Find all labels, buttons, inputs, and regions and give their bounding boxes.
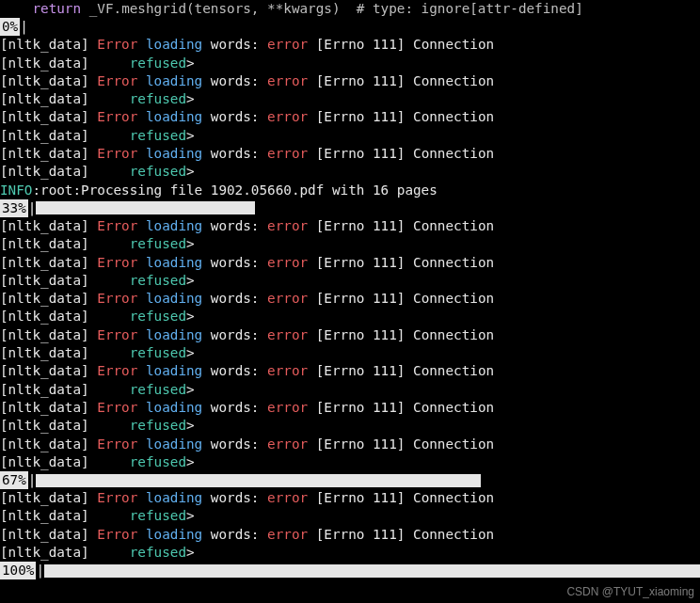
error-word: Error [97, 37, 137, 52]
progress-percent-label: 67% [0, 471, 28, 489]
error-word: Error [97, 255, 137, 270]
error-line-1: [nltk_data] Error loading words: error [… [0, 217, 700, 235]
code-comment: # type: ignore[attr-defined] [357, 1, 583, 16]
error-line-2: [nltk_data] refused> [0, 544, 700, 562]
loading-word: loading [146, 363, 202, 378]
nltk-tag: [nltk_data] [0, 91, 89, 106]
error-word: Error [97, 146, 137, 161]
nltk-tag: [nltk_data] [0, 218, 89, 233]
error-mid: words: error [Errno 111] Connection [202, 146, 494, 161]
progress-percent-label: 33% [0, 199, 28, 217]
nltk-tag: [nltk_data] [0, 37, 89, 52]
error-tail: [Errno 111] Connection [308, 291, 494, 306]
error-word-2: error [267, 363, 308, 378]
loading-word: loading [146, 291, 202, 306]
pad [89, 454, 130, 469]
progress-pipe: | [36, 562, 44, 579]
error-word: Error [97, 436, 137, 452]
refused-word: refused [130, 56, 186, 71]
error-tail: [Errno 111] Connection [308, 363, 494, 378]
error-tail: [Errno 111] Connection [308, 73, 494, 88]
progress-bar [36, 200, 700, 215]
error-line-1: [nltk_data] Error loading words: error [… [0, 326, 700, 344]
gt: > [186, 418, 195, 433]
nltk-tag: [nltk_data] [0, 128, 89, 143]
gt: > [186, 56, 195, 71]
error-line-1: [nltk_data] Error loading words: error [… [0, 254, 700, 272]
error-word-2: error [267, 37, 308, 52]
pad [89, 273, 130, 288]
pad [89, 418, 130, 433]
error-word-2: error [267, 327, 308, 342]
loading-word: loading [146, 218, 202, 233]
gt: > [186, 454, 195, 469]
error-mid: words: error [Errno 111] Connection [202, 527, 494, 542]
gt: > [186, 273, 195, 288]
pad [89, 508, 130, 523]
refused-word: refused [130, 345, 186, 360]
error-line-1: [nltk_data] Error loading words: error [… [0, 362, 700, 380]
error-word: Error [97, 527, 137, 542]
progress-pipe: | [28, 471, 37, 489]
gt: > [186, 382, 195, 397]
error-word-2: error [267, 255, 308, 270]
refused-word: refused [130, 128, 186, 143]
error-word-2: error [267, 218, 308, 233]
error-line-1: [nltk_data] Error loading words: error [… [0, 436, 700, 453]
loading-word: loading [146, 490, 202, 505]
gt: > [186, 128, 195, 143]
progress-row: 67%| [0, 471, 700, 489]
gt: > [186, 508, 195, 523]
nltk-tag: [nltk_data] [0, 418, 89, 433]
refused-word: refused [130, 382, 186, 397]
error-line-1: [nltk_data] Error loading words: error [… [0, 72, 700, 90]
error-word-2: error [267, 436, 308, 452]
error-word: Error [97, 327, 137, 342]
gt: > [186, 345, 195, 360]
error-mid: words: error [Errno 111] Connection [202, 291, 494, 306]
gt: > [186, 164, 195, 179]
error-tail: [Errno 111] Connection [308, 37, 494, 52]
error-tail: [Errno 111] Connection [308, 400, 494, 415]
loading-word: loading [146, 327, 202, 342]
nltk-tag: [nltk_data] [0, 363, 89, 378]
pad [89, 56, 130, 71]
indent [0, 1, 32, 16]
pad [89, 91, 130, 106]
error-mid: words: error [Errno 111] Connection [202, 73, 494, 88]
loading-word: loading [146, 146, 202, 161]
progress-row: 0%| [0, 18, 700, 36]
progress-percent-label: 100% [0, 562, 36, 579]
gt: > [186, 236, 195, 251]
refused-word: refused [130, 164, 186, 179]
nltk-tag: [nltk_data] [0, 382, 89, 397]
error-mid: words: error [Errno 111] Connection [202, 109, 494, 124]
code-expression: _VF.meshgrid(tensors, **kwargs) [81, 1, 357, 16]
error-mid: words: error [Errno 111] Connection [202, 436, 494, 452]
nltk-tag: [nltk_data] [0, 146, 89, 161]
error-mid: words: error [Errno 111] Connection [202, 37, 494, 52]
nltk-tag: [nltk_data] [0, 327, 89, 342]
loading-word: loading [146, 400, 202, 415]
error-line-1: [nltk_data] Error loading words: error [… [0, 489, 700, 507]
loading-word: loading [146, 255, 202, 270]
error-word: Error [97, 73, 137, 88]
error-line-1: [nltk_data] Error loading words: error [… [0, 36, 700, 54]
refused-word: refused [130, 236, 186, 251]
progress-bar [44, 563, 700, 579]
nltk-tag: [nltk_data] [0, 273, 89, 288]
error-mid: words: error [Errno 111] Connection [202, 255, 494, 270]
error-tail: [Errno 111] Connection [308, 146, 494, 161]
error-line-2: [nltk_data] refused> [0, 127, 700, 145]
error-line-2: [nltk_data] refused> [0, 344, 700, 362]
nltk-tag: [nltk_data] [0, 345, 89, 360]
error-line-2: [nltk_data] refused> [0, 90, 700, 108]
nltk-tag: [nltk_data] [0, 527, 89, 542]
error-word-2: error [267, 400, 308, 415]
error-tail: [Errno 111] Connection [308, 327, 494, 342]
info-level: INFO [0, 182, 32, 198]
progress-row: 33%| [0, 199, 700, 217]
error-tail: [Errno 111] Connection [308, 255, 494, 270]
progress-pipe: | [20, 18, 28, 36]
nltk-tag: [nltk_data] [0, 255, 89, 270]
